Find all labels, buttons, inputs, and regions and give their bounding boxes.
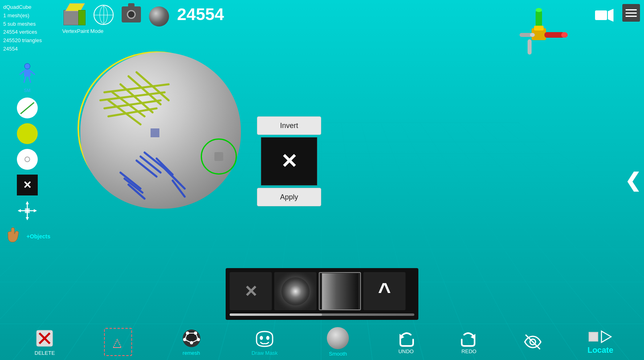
remesh-label: remesh (183, 350, 200, 356)
color-swatch[interactable]: ✕ (261, 137, 317, 185)
camera-icon[interactable] (122, 6, 141, 22)
locate-btn[interactable]: Locate (587, 329, 613, 355)
brush-soft-preview (281, 277, 310, 305)
brush-center (214, 152, 223, 161)
triangle-count: 245520 triangles (3, 37, 55, 45)
delete-btn[interactable]: DELETE (31, 328, 59, 356)
svg-rect-45 (151, 128, 159, 137)
color-picker-btn[interactable] (17, 123, 38, 144)
svg-rect-5 (534, 26, 544, 31)
svg-marker-1 (608, 9, 613, 22)
video-camera-icon[interactable] (594, 7, 614, 25)
sphere-preview[interactable] (149, 6, 169, 26)
sub-meshes: 5 sub meshes (3, 20, 55, 28)
camera-flash (128, 3, 135, 6)
svg-line-15 (24, 77, 26, 82)
menu-line-2 (626, 12, 637, 14)
human-figure-btn[interactable] (17, 62, 38, 85)
apply-button[interactable]: Apply (257, 188, 321, 206)
invert-button[interactable]: Invert (257, 116, 321, 135)
mesh-count: 1 mesh(es) (3, 12, 55, 20)
smooth-icon (327, 327, 349, 349)
right-chevron-btn[interactable]: ❮ (625, 169, 641, 191)
human-label: SM (24, 88, 31, 93)
svg-marker-21 (18, 209, 21, 212)
axis-gizmo (516, 8, 568, 60)
globe-icon[interactable] (94, 5, 114, 25)
brush-options: ✕ ^ (230, 272, 414, 310)
swatch-x-symbol: ✕ (281, 150, 298, 173)
svg-line-13 (20, 71, 24, 74)
locate-square (589, 332, 598, 342)
slash-icon-btn[interactable] (17, 98, 38, 118)
svg-point-7 (561, 32, 568, 38)
svg-marker-19 (26, 201, 29, 204)
draw-mask-btn[interactable]: Draw Mask (251, 328, 279, 356)
globe-arc (100, 6, 108, 24)
draw-mask-label: Draw Mask (252, 350, 278, 356)
brush-gradient-preview (322, 273, 358, 309)
brush-cursor (201, 138, 237, 175)
context-popup: Invert ✕ Apply (257, 116, 321, 206)
menu-icon[interactable] (622, 4, 640, 22)
add-objects-btn[interactable]: +Objects (4, 226, 51, 247)
cube-front-face (63, 10, 79, 25)
slash-line (20, 102, 35, 114)
delete-label: DELETE (35, 350, 55, 356)
svg-point-63 (266, 336, 269, 340)
svg-line-16 (29, 77, 31, 82)
svg-rect-0 (595, 10, 607, 20)
menu-line-3 (626, 16, 637, 17)
mode-label: VertexPaint Mode (62, 28, 104, 34)
brush-option-chevron[interactable]: ^ (363, 272, 406, 310)
circle-inner (24, 157, 30, 162)
transform-btn[interactable] (17, 200, 38, 221)
remesh-btn[interactable]: remesh (177, 328, 206, 356)
locate-label: Locate (587, 346, 613, 355)
locate-area (589, 329, 612, 344)
redo-label: REDO (461, 348, 477, 354)
vertex-count-display: 24554 (177, 5, 224, 24)
menu-line-1 (626, 9, 637, 10)
undo-btn[interactable]: UNDO (397, 330, 415, 354)
svg-point-62 (260, 336, 263, 340)
app-title: dQuadCube (3, 3, 55, 12)
brush-option-soft[interactable] (274, 272, 316, 310)
svg-rect-23 (25, 208, 30, 213)
circle-tool-btn[interactable] (17, 149, 38, 170)
brush-x-symbol: ✕ (244, 282, 258, 301)
brush-option-x[interactable]: ✕ (230, 272, 272, 310)
delete-icon (35, 328, 55, 348)
top-right (594, 4, 640, 25)
svg-marker-20 (26, 217, 29, 220)
hide-btn[interactable] (523, 332, 542, 352)
brush-panel: ✕ ^ (226, 268, 418, 320)
smooth-btn[interactable]: Smooth (324, 327, 352, 357)
3d-model[interactable] (80, 52, 241, 209)
svg-marker-68 (601, 331, 611, 342)
undo-label: UNDO (398, 348, 414, 354)
svg-rect-10 (528, 39, 532, 55)
redo-btn[interactable]: REDO (460, 330, 478, 354)
extra-count: 24554 (3, 45, 55, 53)
x-tool-btn[interactable]: ✕ (17, 175, 38, 195)
cube-icon[interactable] (63, 3, 86, 25)
brush-size-slider[interactable] (230, 313, 414, 316)
svg-point-3 (536, 8, 542, 12)
svg-line-14 (31, 71, 35, 74)
lasso-btn[interactable] (104, 328, 132, 356)
svg-rect-12 (24, 69, 31, 77)
svg-point-11 (24, 63, 30, 69)
brush-option-gradient[interactable] (319, 272, 361, 310)
svg-line-33 (108, 108, 157, 116)
add-objects-label: +Objects (26, 233, 51, 240)
bottom-bar: DELETE remesh (0, 324, 644, 360)
svg-marker-49 (113, 340, 121, 348)
smooth-label: Smooth (329, 351, 347, 357)
camera-lens (127, 10, 136, 19)
model-area[interactable] (80, 52, 261, 233)
svg-line-43 (124, 179, 143, 193)
cube-right-face (78, 10, 86, 25)
vertex-count-info: 24554 vertices (3, 28, 55, 37)
svg-marker-22 (34, 209, 37, 212)
